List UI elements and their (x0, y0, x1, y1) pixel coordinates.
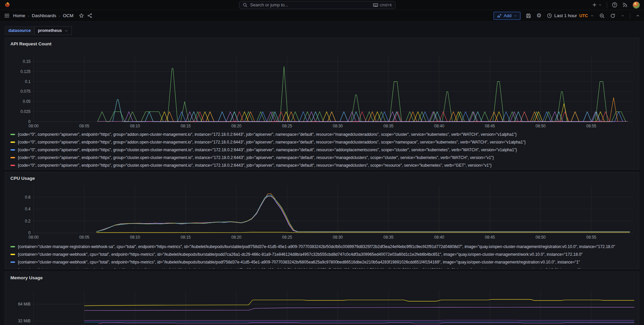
share-icon (87, 13, 92, 18)
legend-label: {container="cluster-manager-webhook", cp… (18, 260, 580, 265)
breadcrumb-separator: › (28, 14, 29, 18)
y-axis-tick: 0.6 (25, 195, 31, 200)
x-axis-tick: 08:50 (536, 124, 546, 128)
x-axis-tick: 08:15 (181, 235, 191, 240)
legend-label: {container="cluster-manager-webhook", cp… (18, 252, 583, 257)
x-axis-tick: 08:05 (79, 124, 89, 128)
legend-label: {container="cluster-manager-work-webhook… (18, 268, 581, 269)
series-line (160, 104, 605, 122)
panel-add-icon (497, 13, 502, 18)
legend-item[interactable]: {container="cluster-manager-webhook", cp… (10, 258, 634, 266)
x-axis-tick: 08:10 (130, 235, 140, 240)
x-axis-tick: 08:55 (586, 235, 596, 240)
variable-value-select[interactable]: prometheus (34, 26, 72, 35)
series-line (125, 112, 599, 122)
breadcrumb-dashboards[interactable]: Dashboards (32, 13, 56, 18)
panel-title[interactable]: CPU Usage (10, 175, 634, 182)
x-axis-tick: 08:45 (485, 124, 495, 128)
x-axis-tick: 08:30 (333, 235, 343, 240)
favorite-button[interactable] (79, 13, 84, 18)
x-axis-tick: 08:40 (434, 235, 444, 240)
legend-swatch (10, 149, 15, 151)
series-line (96, 196, 630, 232)
y-axis-tick: 32 MiB (18, 319, 31, 323)
x-axis-tick: 08:00 (29, 235, 39, 240)
chevron-up-icon (636, 13, 640, 18)
clock-icon (547, 13, 552, 18)
mega-menu-button[interactable] (4, 13, 10, 18)
dashboard-canvas: datasource prometheus API Request Count … (0, 22, 644, 325)
panel-api-request-count: API Request Count 00.0250.050.0750.10.12… (5, 38, 639, 169)
y-axis-tick: 0.15 (23, 59, 31, 64)
dashboard-settings-button[interactable]: ⚙ (537, 13, 542, 18)
time-range-label: Last 1 hour (554, 13, 577, 18)
x-axis-tick: 08:15 (181, 124, 191, 128)
legend-swatch (10, 134, 15, 135)
x-axis-tick: 08:25 (282, 124, 292, 128)
legend-swatch (10, 254, 15, 255)
x-axis-tick: 08:25 (282, 235, 292, 240)
x-axis-tick: 08:35 (383, 124, 394, 128)
legend-label: {code="0", component="apiserver", endpoi… (18, 132, 517, 137)
panel-title[interactable]: API Request Count (10, 40, 634, 48)
breadcrumb-home[interactable]: Home (13, 13, 25, 18)
legend-item[interactable]: {code="0", component="apiserver", endpoi… (10, 130, 634, 138)
keyboard-icon (373, 3, 378, 7)
legend-label: {code="0", component="apiserver", endpoi… (18, 163, 492, 168)
variable-label-datasource[interactable]: datasource (5, 26, 34, 35)
user-avatar[interactable] (633, 1, 640, 9)
zoom-out-time-button[interactable] (599, 13, 605, 18)
collapse-toolbar-button[interactable] (636, 13, 640, 18)
legend-item[interactable]: {code="0", component="apiserver", endpoi… (10, 161, 634, 169)
cpu-usage-chart[interactable]: 00.20.40.608:0008:0508:1008:1508:2008:25… (10, 184, 634, 241)
variables-row: datasource prometheus (5, 26, 639, 35)
x-axis-tick: 08:20 (231, 124, 241, 128)
top-nav: Search or jump to... cmd+k (0, 0, 644, 10)
series-line (84, 307, 634, 311)
x-axis-tick: 08:30 (333, 124, 343, 128)
search-input[interactable]: Search or jump to... cmd+k (239, 1, 396, 9)
x-axis-tick: 08:55 (586, 124, 596, 128)
legend-item[interactable]: {code="0", component="apiserver", endpoi… (10, 154, 634, 161)
share-button[interactable] (87, 13, 92, 18)
y-axis-tick: 0.1 (25, 79, 31, 84)
series-line (96, 232, 630, 233)
legend-swatch (10, 165, 15, 166)
refresh-interval-button[interactable] (621, 14, 625, 17)
legend-item[interactable]: {container="cluster-manager-work-webhook… (10, 266, 634, 269)
y-axis-tick: 0.05 (23, 99, 31, 104)
y-axis-tick: 0.025 (20, 109, 31, 114)
legend-item[interactable]: {container="cluster-manager-webhook", cp… (10, 250, 634, 258)
refresh-icon (610, 13, 615, 18)
timezone-label: UTC (579, 13, 588, 18)
menu-icon (4, 13, 10, 18)
y-axis-tick: 0.4 (25, 207, 31, 211)
legend-swatch (10, 246, 15, 247)
save-dashboard-button[interactable] (526, 13, 531, 18)
news-button[interactable] (622, 2, 628, 8)
legend-item[interactable]: {container="cluster-manager-registration… (10, 243, 634, 250)
chevron-down-icon (621, 14, 625, 17)
divider (630, 13, 630, 19)
x-axis-tick: 08:35 (383, 235, 394, 240)
legend-swatch (10, 157, 15, 158)
help-button[interactable] (612, 2, 617, 8)
grafana-logo[interactable] (4, 2, 11, 8)
panel-title[interactable]: Memory Usage (10, 274, 634, 282)
refresh-button[interactable] (610, 13, 615, 18)
plus-icon (592, 2, 597, 7)
legend-item[interactable]: {code="0", component="apiserver", endpoi… (10, 138, 634, 146)
time-range-picker[interactable]: Last 1 hour UTC (547, 13, 594, 18)
add-panel-button[interactable]: Add (494, 12, 520, 20)
new-menu-button[interactable] (592, 2, 602, 7)
y-axis-tick: 0.125 (20, 69, 31, 74)
x-axis-tick: 08:00 (29, 124, 39, 128)
y-axis-tick: 0.2 (25, 219, 31, 224)
legend-item[interactable]: {code="0", component="apiserver", endpoi… (10, 146, 634, 154)
panel-memory-usage: Memory Usage 32 MiB64 MiB08:0008:0508:10… (5, 272, 639, 325)
api-request-count-chart[interactable]: 00.0250.050.0750.10.1250.1508:0008:0508:… (10, 54, 634, 129)
x-axis-tick: 08:45 (485, 235, 495, 240)
memory-usage-chart[interactable]: 32 MiB64 MiB08:0008:0508:1008:1508:2008:… (10, 289, 634, 325)
y-axis-tick: 64 MiB (18, 302, 31, 307)
dashboard-toolbar: Home › Dashboards › OCM Add ⚙ Last 1 hou… (0, 10, 644, 22)
